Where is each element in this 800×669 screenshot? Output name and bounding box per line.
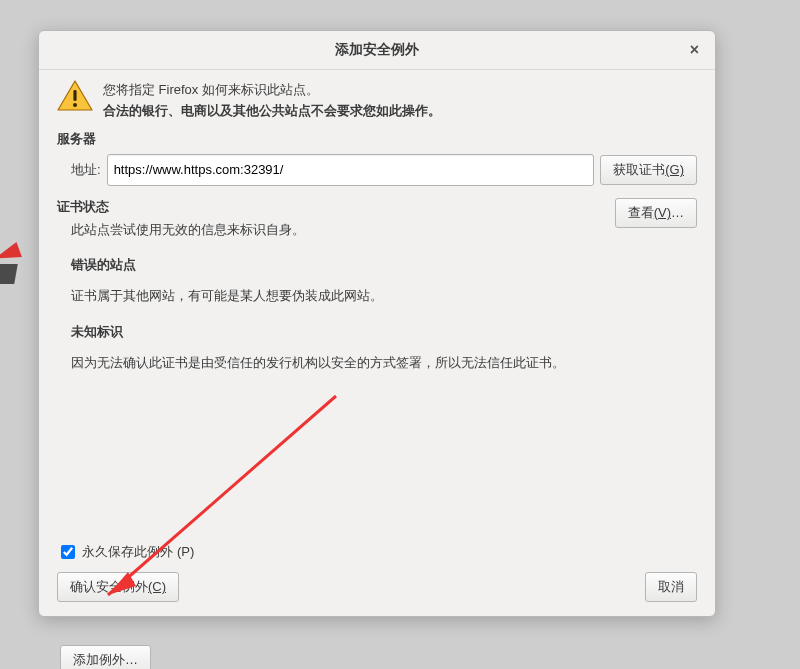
close-icon[interactable]: × — [684, 39, 705, 61]
background-decoration — [0, 242, 34, 286]
dialog-title: 添加安全例外 — [335, 41, 419, 59]
confirm-exception-button[interactable]: 确认安全例外(C) — [57, 572, 179, 602]
status-row: 证书状态 此站点尝试使用无效的信息来标识自身。 查看(V)… — [57, 198, 697, 241]
svg-point-3 — [73, 103, 77, 107]
get-certificate-label: 获取证书 — [613, 162, 665, 177]
dialog-footer: 确认安全例外(C) 取消 — [57, 572, 697, 602]
spacer — [57, 374, 697, 534]
permanent-store-row[interactable]: 永久保存此例外(P) — [57, 542, 697, 562]
cert-status-label: 证书状态 — [57, 198, 605, 216]
get-certificate-key: (G) — [665, 162, 684, 177]
get-certificate-button[interactable]: 获取证书(G) — [600, 155, 697, 185]
intro-line1: 您将指定 Firefox 如何来标识此站点。 — [103, 80, 441, 101]
add-exception-button[interactable]: 添加例外… — [60, 645, 151, 669]
intro-line2: 合法的银行、电商以及其他公共站点不会要求您如此操作。 — [103, 101, 441, 122]
wrong-site-desc: 证书属于其他网站，有可能是某人想要伪装成此网站。 — [57, 286, 697, 307]
permanent-store-label: 永久保存此例外 — [82, 543, 173, 561]
view-key: (V) — [654, 205, 671, 220]
address-input[interactable] — [107, 154, 595, 186]
permanent-store-key: (P) — [177, 544, 194, 559]
warning-icon — [57, 80, 93, 112]
view-label: 查看 — [628, 205, 654, 220]
unknown-desc: 因为无法确认此证书是由受信任的发行机构以安全的方式签署，所以无法信任此证书。 — [57, 353, 697, 374]
svg-rect-2 — [73, 90, 76, 101]
view-suffix: … — [671, 205, 684, 220]
intro-row: 您将指定 Firefox 如何来标识此站点。 合法的银行、电商以及其他公共站点不… — [57, 80, 697, 122]
status-left: 证书状态 此站点尝试使用无效的信息来标识自身。 — [57, 198, 605, 241]
permanent-store-checkbox[interactable] — [61, 545, 75, 559]
address-label: 地址: — [71, 161, 101, 179]
address-row: 地址: 获取证书(G) — [57, 154, 697, 186]
intro-text: 您将指定 Firefox 如何来标识此站点。 合法的银行、电商以及其他公共站点不… — [103, 80, 441, 122]
server-label: 服务器 — [57, 130, 697, 148]
view-certificate-button[interactable]: 查看(V)… — [615, 198, 697, 228]
cancel-button[interactable]: 取消 — [645, 572, 697, 602]
cert-status-desc: 此站点尝试使用无效的信息来标识自身。 — [57, 220, 605, 241]
add-exception-below: 添加例外… — [60, 645, 151, 669]
add-security-exception-dialog: 添加安全例外 × 您将指定 Firefox 如何来标识此站点。 合法的银行、电商… — [38, 30, 716, 617]
confirm-key: (C) — [148, 579, 166, 594]
unknown-heading: 未知标识 — [57, 323, 697, 341]
wrong-site-heading: 错误的站点 — [57, 256, 697, 274]
dialog-content: 您将指定 Firefox 如何来标识此站点。 合法的银行、电商以及其他公共站点不… — [39, 70, 715, 616]
confirm-label: 确认安全例外 — [70, 579, 148, 594]
dialog-titlebar: 添加安全例外 × — [39, 31, 715, 70]
